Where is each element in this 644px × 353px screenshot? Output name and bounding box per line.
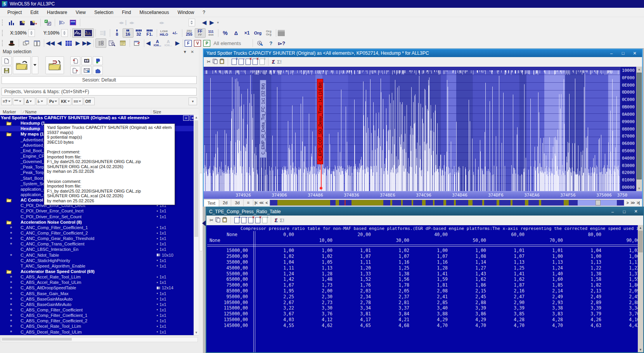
tree-map-row[interactable]: *C_ANC_Comp_Trans_Coefficient1x1 [0, 241, 199, 247]
hexdump-compare-icon[interactable] [28, 18, 39, 27]
table-cell[interactable]: 70,00 [525, 238, 564, 243]
x-zoom-spinner[interactable] [28, 29, 35, 37]
table-cell[interactable]: 4,70 [410, 323, 448, 328]
table-vertical-scrollbar[interactable]: ▲ ▼ [638, 225, 643, 352]
scroll-up-icon[interactable]: ▲ [636, 67, 642, 72]
tree-project-row[interactable]: Yard Spotter Trucks CAPACITY SHUNTER (Or… [0, 115, 199, 120]
project-list-icon[interactable]: ≡ [183, 115, 189, 121]
table-cell[interactable]: 60,00 [487, 232, 525, 237]
table-cell[interactable]: 3,85 [487, 311, 525, 316]
table-cell[interactable]: 2,73 [295, 300, 333, 305]
notes-icon[interactable] [117, 38, 128, 48]
column-name[interactable]: ∕ Name [21, 110, 151, 114]
table-cell[interactable]: 0,00 [256, 232, 295, 237]
filter-button[interactable]: '''' [13, 97, 24, 105]
table-cell[interactable]: 1,04 [256, 259, 295, 265]
file-overview-scrollbar[interactable] [270, 200, 624, 206]
table-cell[interactable]: 1,38 [564, 271, 602, 276]
map-annotation-label[interactable]: C_EMP_IR_Delta_Trq_FC: 1x1 (32 Bit) [260, 80, 266, 158]
table-cell[interactable]: 4,28 [487, 317, 525, 322]
table-cell[interactable]: 1,13 [525, 259, 564, 265]
corner-label[interactable]: None [206, 232, 256, 237]
table-cell[interactable]: 1,48 [295, 276, 333, 282]
table-cell[interactable]: 1,37 [602, 271, 641, 276]
plugin-button[interactable] [93, 66, 103, 75]
table-cell[interactable]: 2,88 [602, 300, 641, 305]
toolbar-grip[interactable] [2, 19, 4, 26]
bit-32-button[interactable]: 32 [133, 28, 144, 38]
table-cell[interactable]: 1,16 [372, 259, 410, 265]
row-header[interactable]: 65000,00 [206, 276, 256, 282]
table-cell[interactable]: 3,37 [372, 305, 410, 311]
table-cell[interactable]: 90,00 [602, 238, 641, 243]
tree-map-row[interactable]: *C_ANC_Comp_Gear_Ratio_Threshold1x1 [0, 236, 199, 241]
tree-map-row[interactable]: *C_ABS_Base_Gain_Max1x1 [0, 291, 199, 296]
scroll-down-icon[interactable]: ▼ [638, 347, 643, 352]
table-cell[interactable]: 3,76 [295, 311, 333, 316]
table-cell[interactable]: 1,20 [333, 265, 372, 271]
remove-map-icon[interactable]: − [241, 217, 246, 223]
table-cell[interactable]: 4,21 [372, 317, 410, 322]
tree-vertical-scrollbar[interactable]: ▲ ▼ [194, 115, 199, 335]
table-cell[interactable]: 2,00 [295, 288, 333, 294]
table-cell[interactable]: 4,65 [333, 323, 372, 328]
filter-button[interactable]: i- [36, 97, 47, 105]
decimal-display-button[interactable]: 253255 [184, 28, 195, 38]
table-cell[interactable]: 3,67 [256, 311, 295, 316]
table-cell[interactable]: 1,56 [372, 276, 410, 282]
tree-map-row[interactable]: C_POI_Driver_Error_Set_Count1x1 [0, 214, 199, 219]
scroll-up-icon[interactable]: ▲ [194, 115, 199, 120]
table-cell[interactable]: 2,45 [448, 294, 487, 299]
table-cell[interactable]: 2,49 [564, 294, 602, 299]
table-cell[interactable]: 1,16 [410, 259, 448, 265]
menu-item[interactable]: Hardware [43, 10, 71, 15]
import-film-button[interactable] [81, 56, 92, 65]
table-cell[interactable]: 1,08 [448, 254, 487, 259]
project-properties-button[interactable] [93, 56, 103, 65]
percent-display-button[interactable]: % [220, 28, 231, 38]
table-cell[interactable]: 3,84 [372, 311, 410, 316]
filter-dropdown-icon[interactable]: ▼ [189, 97, 197, 105]
new-project-button[interactable] [2, 56, 12, 65]
help-icon[interactable]: ? [265, 38, 276, 48]
panel-close-icon[interactable]: ✕ [189, 50, 196, 54]
maximize-icon[interactable]: □ [620, 209, 629, 215]
table-cell[interactable]: 2,67 [256, 300, 295, 305]
bit-16-button[interactable]: 16 [123, 28, 133, 38]
table-cell[interactable]: 4,70 [487, 323, 525, 328]
delete-all-icon[interactable]: × [255, 217, 260, 223]
table-cell[interactable]: 2,05 [372, 288, 410, 294]
table-cell[interactable]: 1,87 [487, 282, 525, 288]
table-cell[interactable]: 1,95 [256, 288, 295, 294]
plot-vertical-scrollbar[interactable]: ▲ ▼ [636, 67, 642, 191]
menu-item[interactable]: Miscellaneous [135, 10, 173, 15]
table-cell[interactable]: 3,39 [448, 305, 487, 311]
hexdump-plot-area[interactable]: 100000F0000E0000D0000C0000B0000A00009000… [204, 67, 642, 191]
scroll-down-icon[interactable]: ▼ [194, 330, 199, 335]
row-header[interactable]: 105000,00 [206, 300, 256, 305]
table-cell[interactable]: 1,28 [295, 271, 333, 276]
table-cell[interactable]: 1,13 [564, 259, 602, 265]
table-cell[interactable]: 1,02 [295, 254, 333, 259]
autosize-columns-icon[interactable] [57, 18, 68, 27]
table-cell[interactable]: 10,00 [295, 238, 333, 243]
table-cell[interactable]: 1,25 [372, 265, 410, 271]
table-cell[interactable]: 1,14 [448, 259, 487, 265]
table-cell[interactable]: 2,49 [525, 294, 564, 299]
last-map-icon[interactable]: ▶▶ [82, 40, 91, 47]
table-cell[interactable]: 1,43 [448, 271, 487, 276]
tab-text[interactable]: Text [204, 199, 219, 207]
table-cell[interactable]: 1,13 [295, 265, 333, 271]
maximize-icon[interactable]: □ [618, 50, 628, 56]
table-cell[interactable]: 3,70 [602, 311, 641, 316]
table-cell[interactable]: 1,28 [410, 265, 448, 271]
table-cell[interactable]: 2,08 [410, 288, 448, 294]
table-cell[interactable]: 1,42 [256, 276, 295, 282]
tree-map-row[interactable]: *C_ABS_Decel_Rate_Tool_LLim1x1 [0, 323, 199, 329]
table-cell[interactable]: 1,73 [295, 282, 333, 288]
table-cell[interactable]: 2,14 [525, 288, 564, 294]
tree-horizontal-scrollbar[interactable] [1, 337, 198, 342]
table-cell[interactable]: 1,11 [602, 259, 641, 265]
tree-map-row[interactable]: *C_ABS_BaseGainMinAuto1x1 [0, 302, 199, 307]
bit-float-button[interactable]: F1. [144, 28, 155, 38]
